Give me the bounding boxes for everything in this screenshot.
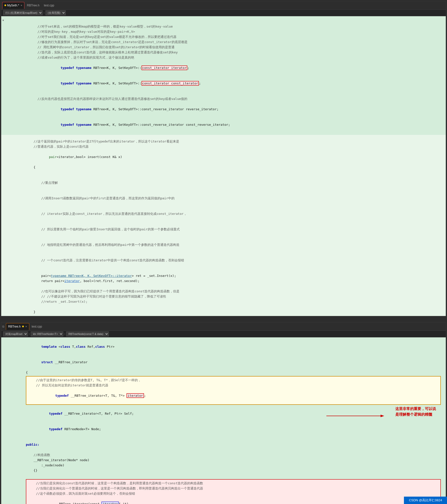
insert-body: //重点理解 //调用Insert函数数返回的pair中的first是普通迭代器… — [26, 170, 446, 273]
breadcrumb-select-5[interactable]: RBTreeNode(const T & data) — [66, 331, 109, 336]
tab-testcpp[interactable]: test.cpp — [42, 2, 56, 9]
code-struct: struct __RBTree_iterator — [26, 354, 446, 370]
breadcrumb-select-4[interactable]: kb::RBTreeNode<T> — [31, 331, 63, 336]
insert-close-brace: } — [26, 309, 446, 315]
code-line-rev1: //反向迭代器也是按照正向迭代器那样设计来达到不让别人通过普通迭代器修改set的… — [5, 96, 446, 101]
code-line-6: //迭代器，实际上底层也是const迭代器，这样做就能从根本上杜绝通过普通迭代器… — [5, 50, 446, 55]
tab-modified-dot-2 — [22, 325, 24, 327]
code-line-blank — [5, 91, 446, 96]
split-icon: ⧉ — [2, 325, 4, 328]
tab-bar-1: MySeth.* ✕ RBTree.h test.cpp — [1, 1, 446, 10]
annotation-arrow — [326, 409, 395, 423]
code-line-4: //修改的行为直接禁掉，所以对于set来说，无论是const_iterator还… — [5, 39, 446, 45]
page: MySeth.* ✕ RBTree.h test.cpp 行1 (红黑树封装ma… — [0, 0, 447, 504]
code-line-rev3: typedef typename RBTree<K, K, SetKeyOfT>… — [5, 117, 446, 132]
breadcrumb-separator-1: › — [44, 11, 45, 15]
footer-text: CSDN @高比拜仁0824 — [409, 498, 442, 502]
code-typedef-node: typedef RBTreeNode<T> Node; — [26, 421, 446, 437]
code-public: public: — [26, 442, 446, 447]
tab-bar-2: ⧉ RBTree.h ✕ test.cpp — [1, 322, 446, 331]
code-line-3: //对于set我们知道，无论是set的key还是set的value都是不允许修改… — [5, 34, 446, 39]
tab-myseth[interactable]: MySeth.* ✕ — [2, 2, 24, 9]
tab-rbtree-close-2[interactable]: ✕ — [25, 325, 27, 328]
annotation-container: 这里非常的重要，可以说 是理解整个逻辑的精髓 — [376, 406, 436, 417]
comment-block-1: //由于这里的iterator的传的参数是T, T&, T*，跟Self是不一样… — [26, 376, 441, 405]
code-ctor-body: {} — [26, 468, 446, 473]
code-line-rev2: typedef typename RBTree<K, K, SetKeyOfT>… — [5, 101, 446, 117]
insert-blank — [26, 284, 446, 289]
tab-rbtree-active-label: RBTree.h — [8, 325, 21, 328]
tab-rbtree-label: RBTree.h — [27, 4, 39, 7]
insert-brace-open: { — [26, 165, 446, 170]
code-typedef-iterator: typedef __RBTree_iterator<T, T&, T*> ite… — [28, 388, 438, 403]
breadcrumb-arrow: › — [29, 332, 30, 336]
tab-testcpp-label: test.cpp — [44, 4, 54, 7]
insert-section: //这个返回值的pair中的iterator是27行typedef出来的iter… — [1, 137, 446, 316]
code-line-typedef2: typedef typename RBTree<K, K, SetKeyOfT>… — [5, 75, 446, 91]
tab-myseth-close[interactable]: ✕ — [21, 4, 22, 7]
insert-comment-2: //普通迭代器，实际上是const迭代器 — [26, 144, 446, 149]
insert-blank2 — [26, 304, 446, 309]
collapse-icon[interactable]: ▼ — [1, 18, 5, 23]
copy-ctor-section: //当我们是实例化出const迭代器的时候，这里是一个构造函数，是利用普通迭代器… — [26, 479, 441, 504]
copy-ctor-sig: __RBTree_iterator(const iterator& it) — [28, 496, 438, 504]
insert-comment-5: //return _set.Insert(x); — [26, 299, 446, 304]
tab-rbtree-active[interactable]: RBTree.h ✕ — [6, 323, 29, 330]
code-panel-1: ▼ //对于set来说，set的模型和map的模型是一样的，都是key-valu… — [1, 16, 446, 135]
code-template: template <class T,class Ref,class Ptr> — [26, 339, 446, 354]
annotation-text: 这里非常的重要，可以说 是理解整个逻辑的精髓 — [395, 406, 436, 417]
code-ctor-comment: //构造函数 — [26, 452, 446, 457]
csdn-footer: CSDN @高比拜仁0824 — [404, 497, 447, 504]
code-line-5: // 用红黑树中的const_iterator，所以我们在使用set的itera… — [5, 45, 446, 50]
tab-testcpp-label-2: test.cpp — [32, 325, 42, 328]
svg-marker-1 — [381, 415, 384, 417]
panel-1: MySeth.* ✕ RBTree.h test.cpp 行1 (红黑树封装ma… — [1, 1, 446, 316]
code-line-2: //对应的是key-key，map的key-value对应的是key-pair<… — [5, 29, 446, 34]
breadcrumb-select-1[interactable]: 行1 (红黑树封装map和set) — [3, 10, 43, 15]
tab-myseth-label: MySeth.* — [7, 4, 19, 7]
separator-1 — [1, 135, 446, 137]
code-ctor-init: :_node(node) — [26, 463, 446, 468]
code-line-7: //或者value的行为了，这个库里面的实现方式，这个做法是真的绝 — [5, 55, 446, 60]
insert-comment-4: // //不建议这样子写因为这样子写我们对这个需要注意的细节就隐藏了，降低了可读… — [26, 294, 446, 299]
tab-rbtree[interactable]: RBTree.h — [25, 2, 41, 9]
insert-comment-3: //也可以像这样子写，因为我们已经提供了一个用普通迭代器构造const迭代器的构… — [26, 289, 446, 294]
tab-modified-dot — [4, 4, 6, 6]
panel-2: ⧉ RBTree.h ✕ test.cpp 封装map和set › kb::RB… — [1, 322, 446, 504]
breadcrumb-bar-1: 行1 (红黑树封装map和set) › (全局范围) — [1, 10, 446, 16]
insert-code1: pair<typename RBTree<K, K, SetKeyOfT>::i… — [26, 273, 446, 278]
insert-comment-1: //这个返回值的pair中的iterator是27行typedef出来的iter… — [26, 139, 446, 144]
breadcrumb-select-2[interactable]: (全局范围) — [46, 10, 66, 15]
breadcrumb-select-3[interactable]: 封装map和set — [3, 331, 28, 336]
breadcrumb-bar-2: 封装map和set › kb::RBTreeNode<T> › RBTreeNo… — [1, 331, 446, 337]
code-ctor-sig: __RBTree_iterator(Node* node) — [26, 457, 446, 463]
code-brace-open: { — [26, 370, 446, 375]
panel-gap — [0, 317, 447, 321]
insert-code2: return pair<iterator, bool>(ret.first, r… — [26, 278, 446, 284]
margin-collapse — [1, 23, 5, 133]
breadcrumb-arrow-2: › — [64, 332, 65, 336]
tab-testcpp-2[interactable]: test.cpp — [30, 323, 44, 330]
code-line-1: //对于set来说，set的模型和map的模型是一样的，都是key-value模… — [5, 24, 446, 29]
insert-func-sig: pair<iterator,bool> insert(const K& x) — [26, 149, 446, 165]
code-line-typedef1: typedef typename RBTree<K, K, SetKeyOfT>… — [5, 60, 446, 75]
